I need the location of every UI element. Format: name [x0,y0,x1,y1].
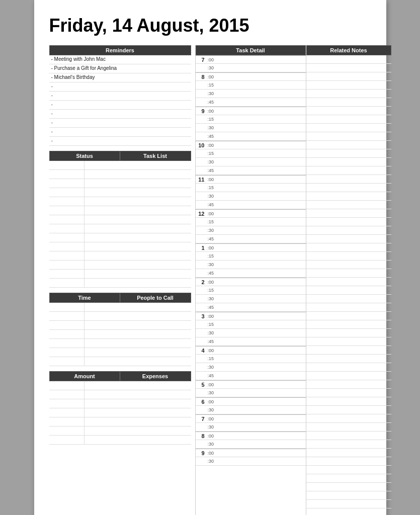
notes-row [306,286,391,295]
reminder-item: - Purchase a Gift for Angelina [49,64,191,73]
expense-row [49,408,191,417]
time-slots: 7:00:308:00:15:30:459:00:15:30:4510:00:1… [196,55,306,466]
time-slot-row: 8:00 [196,432,306,440]
notes-row [306,449,391,457]
notes-row [306,184,391,192]
expense-header: Amount Expenses [49,371,191,381]
task-list-section: Status Task List [49,151,191,288]
time-slot-row: :45 [196,372,306,380]
notes-row [306,457,391,466]
status-header: Status [50,151,120,160]
notes-row [306,303,391,312]
people-to-call-section: Time People to Call [49,293,191,366]
notes-row [306,166,391,175]
notes-row [306,243,391,252]
notes-row [306,474,391,483]
notes-row [306,337,391,346]
reminders-header: Reminders [49,45,191,55]
time-slot-row: :15 [196,149,306,158]
notes-row [306,372,391,380]
notes-row [306,209,391,218]
notes-row [306,269,391,278]
task-row [49,170,191,179]
notes-row [306,132,391,141]
reminder-item: - [49,101,191,110]
notes-row [306,192,391,201]
notes-row [306,278,391,286]
notes-row [306,252,391,261]
notes-row [306,406,391,414]
time-slot-row: :45 [196,337,306,346]
notes-row [306,141,391,149]
call-row [49,357,191,366]
task-header: Task List [120,151,191,160]
notes-row [306,483,391,491]
notes-row [306,124,391,132]
notes-row [306,64,391,72]
notes-row [306,355,391,363]
call-header: Time People to Call [49,293,191,303]
time-slot-row: 7:00 [196,414,306,423]
notes-row [306,149,391,158]
notes-row [306,414,391,423]
time-slot-row: :30 [196,192,306,201]
reminder-item: - [49,110,191,119]
call-row [49,339,191,348]
time-slot-row: 2:00 [196,278,306,286]
notes-row [306,295,391,303]
related-notes-header: Related Notes [306,45,391,55]
notes-row [306,226,391,235]
notes-row [306,98,391,107]
time-slot-row: :45 [196,235,306,243]
time-slot-row: :45 [196,98,306,107]
task-row [49,279,191,288]
task-detail-column: Task Detail 7:00:308:00:15:30:459:00:15:… [195,45,306,515]
time-slot-row: :15 [196,355,306,363]
time-slot-row: :30 [196,64,306,72]
time-slot-row: 9:00 [196,449,306,457]
notes-row [306,380,391,389]
time-slot-row: :45 [196,132,306,141]
page-title: Friday, 14 August, 2015 [49,15,371,36]
notes-row [306,508,391,515]
reminder-item: - [49,119,191,128]
notes-row [306,175,391,184]
time-slot-row: :45 [196,201,306,209]
notes-row [306,312,391,320]
time-slot-row: 11:00 [196,175,306,184]
people-header: People to Call [120,293,191,302]
call-row [49,330,191,339]
expense-row [49,381,191,390]
time-slot-row: :30 [196,457,306,466]
notes-row [306,440,391,449]
time-slot-row: 4:00 [196,346,306,355]
notes-row [306,466,391,474]
time-slot-row: :30 [196,261,306,269]
call-row [49,303,191,312]
time-slot-row: :15 [196,81,306,90]
time-slot-row: 12:00 [196,209,306,218]
related-notes-column: Related Notes [306,45,391,515]
expenses-section: Amount Expenses [49,371,191,445]
main-grid: Reminders - Meeting with John Mac - Purc… [49,45,371,515]
expense-row [49,399,191,408]
time-slot-row: 6:00 [196,397,306,406]
time-slot-row: :30 [196,440,306,449]
reminder-item: - Michael's Birthday [49,73,191,82]
notes-row [306,72,391,81]
notes-row [306,423,391,432]
time-slot-row: :15 [196,218,306,226]
notes-row [306,389,391,397]
notes-row [306,329,391,337]
time-slot-row: :30 [196,363,306,372]
time-slot-row: 5:00 [196,380,306,389]
call-row [49,348,191,357]
time-slot-row: :15 [196,252,306,261]
task-row [49,270,191,279]
task-row [49,215,191,224]
reminder-item: - [49,82,191,92]
time-slot-row: :30 [196,423,306,432]
time-slot-row: :15 [196,115,306,124]
notes-row [306,115,391,124]
notes-row [306,432,391,440]
